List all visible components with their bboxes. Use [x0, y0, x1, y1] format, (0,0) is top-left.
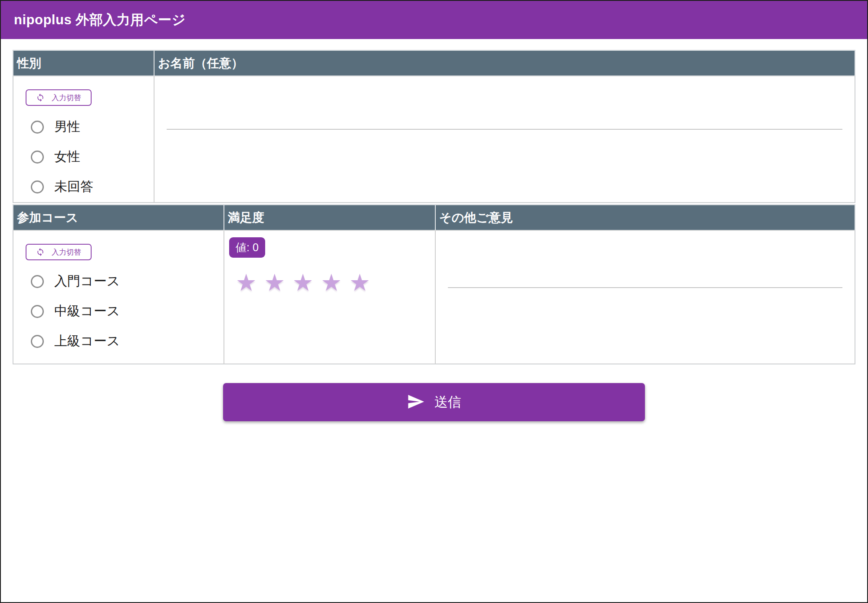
sync-icon	[36, 93, 45, 102]
opinion-header: その他ご意見	[436, 205, 855, 230]
submit-row: 送信	[13, 383, 855, 421]
satisfaction-value-badge: 値: 0	[229, 237, 265, 258]
star-icon[interactable]: ★	[321, 271, 342, 294]
course-option-advanced[interactable]: 上級コース	[31, 332, 224, 350]
radio-button[interactable]	[31, 151, 44, 164]
submit-button[interactable]: 送信	[223, 383, 645, 421]
star-icon[interactable]: ★	[293, 271, 313, 294]
app-header: nipoplus 外部入力用ページ	[1, 1, 867, 39]
course-input-toggle-button[interactable]: 入力切替	[26, 244, 92, 260]
page: nipoplus 外部入力用ページ 性別 お名前（任意） 入力切替 男性	[0, 0, 868, 603]
gender-option-no-answer[interactable]: 未回答	[31, 178, 154, 196]
radio-button[interactable]	[31, 121, 44, 134]
radio-label: 男性	[54, 118, 80, 136]
radio-button[interactable]	[31, 180, 44, 193]
radio-label: 上級コース	[54, 332, 120, 350]
satisfaction-header: 満足度	[224, 205, 435, 230]
radio-label: 中級コース	[54, 302, 120, 320]
course-cell: 入力切替 入門コース 中級コース 上級コース	[13, 231, 224, 364]
toggle-label: 入力切替	[52, 247, 81, 257]
course-header: 参加コース	[13, 205, 224, 230]
star-icon[interactable]: ★	[236, 271, 256, 294]
gender-input-toggle-button[interactable]: 入力切替	[26, 89, 92, 106]
gender-cell: 入力切替 男性 女性 未回答	[13, 76, 154, 202]
course-option-beginner[interactable]: 入門コース	[31, 272, 224, 290]
radio-button[interactable]	[31, 335, 44, 348]
course-option-intermediate[interactable]: 中級コース	[31, 302, 224, 320]
submit-label: 送信	[434, 393, 461, 411]
star-icon[interactable]: ★	[264, 271, 285, 294]
radio-label: 未回答	[54, 178, 93, 196]
table-course-satisfaction-opinion: 参加コース 満足度 その他ご意見 入力切替 入門コース	[13, 204, 855, 364]
page-title: nipoplus 外部入力用ページ	[14, 11, 186, 29]
gender-header: 性別	[13, 51, 154, 75]
send-icon	[407, 393, 425, 412]
radio-button[interactable]	[31, 305, 44, 318]
name-header: お名前（任意）	[155, 51, 855, 75]
name-cell	[155, 76, 855, 202]
name-input[interactable]	[167, 109, 842, 130]
opinion-cell	[436, 231, 855, 364]
table-gender-name: 性別 お名前（任意） 入力切替 男性 女性	[13, 50, 855, 203]
satisfaction-cell: 値: 0 ★ ★ ★ ★ ★	[224, 231, 435, 364]
radio-label: 女性	[54, 148, 80, 166]
radio-label: 入門コース	[54, 272, 120, 290]
star-rating: ★ ★ ★ ★ ★	[236, 271, 435, 294]
form-area: 性別 お名前（任意） 入力切替 男性 女性	[1, 39, 867, 421]
toggle-label: 入力切替	[52, 93, 81, 103]
opinion-input[interactable]	[448, 267, 842, 288]
sync-icon	[36, 248, 45, 256]
gender-option-male[interactable]: 男性	[31, 118, 154, 136]
star-icon[interactable]: ★	[349, 271, 370, 294]
radio-button[interactable]	[31, 275, 44, 288]
gender-option-female[interactable]: 女性	[31, 148, 154, 166]
